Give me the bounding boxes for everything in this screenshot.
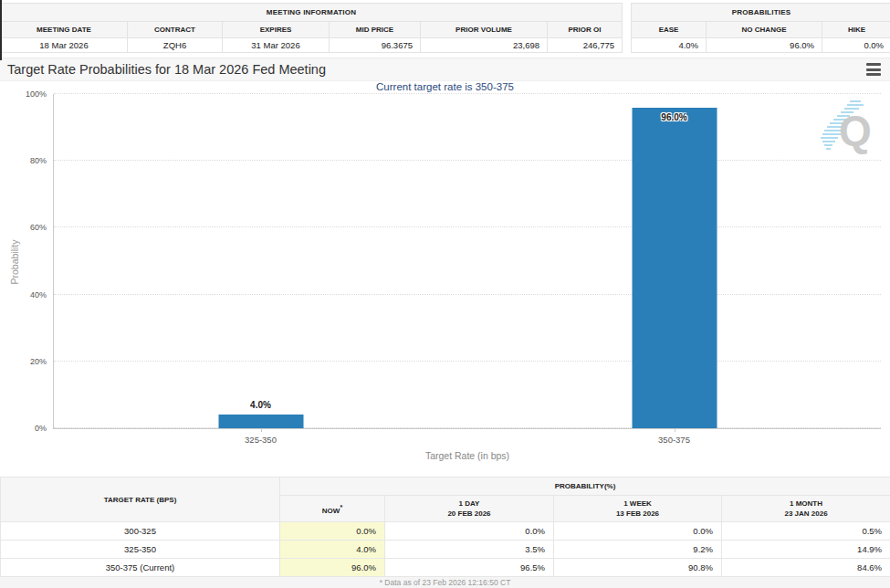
rate-range-cell: 300-325 bbox=[1, 522, 280, 541]
mid-price-header: MID PRICE bbox=[330, 22, 421, 38]
top-summary: MEETING INFORMATION MEETING DATE CONTRAC… bbox=[0, 0, 890, 53]
x-axis-category-label: 350-375 bbox=[658, 435, 690, 445]
day-probability-cell: 96.5% bbox=[385, 559, 554, 577]
now-probability-cell: 96.0% bbox=[280, 559, 385, 577]
month-probability-cell: 14.9% bbox=[722, 541, 890, 559]
y-axis-title: Probability bbox=[9, 239, 20, 284]
probabilities-summary-table: PROBABILITIES EASE NO CHANGE HIKE 4.0% 9… bbox=[631, 3, 890, 53]
chart-header: Target Rate Probabilities for 18 Mar 202… bbox=[0, 58, 890, 81]
probability-history-table: TARGET RATE (BPS) PROBABILITY(%) NOW* 1 … bbox=[0, 477, 890, 577]
no-change-value: 96.0% bbox=[707, 38, 822, 53]
gridline bbox=[54, 226, 881, 227]
expires-value: 31 Mar 2026 bbox=[223, 38, 330, 53]
rate-range-cell: 350-375 (Current) bbox=[1, 559, 280, 577]
y-axis-tick-label: 60% bbox=[5, 223, 47, 232]
x-axis-title: Target Rate (in bps) bbox=[54, 450, 881, 461]
meeting-date-value: 18 Mar 2026 bbox=[1, 38, 128, 53]
y-axis-tick-label: 100% bbox=[5, 89, 47, 99]
chart-subtitle: Current target rate is 350-375 bbox=[0, 81, 890, 94]
probability-chart: Current target rate is 350-375 Probabili… bbox=[0, 81, 890, 474]
contract-header: CONTRACT bbox=[128, 22, 223, 38]
fedwatch-page: MEETING INFORMATION MEETING DATE CONTRAC… bbox=[0, 0, 890, 588]
ease-header: EASE bbox=[632, 22, 707, 38]
month-probability-cell: 84.6% bbox=[722, 559, 890, 577]
gridline bbox=[54, 294, 881, 295]
expires-header: EXPIRES bbox=[223, 22, 330, 38]
meeting-date-header: MEETING DATE bbox=[1, 22, 128, 38]
meeting-information-table: MEETING INFORMATION MEETING DATE CONTRAC… bbox=[0, 3, 623, 53]
rate-range-cell: 325-350 bbox=[1, 541, 280, 559]
day-probability-cell: 3.5% bbox=[385, 541, 554, 559]
gridline bbox=[54, 361, 881, 362]
no-change-header: NO CHANGE bbox=[707, 22, 822, 38]
data-as-of-footnote: * Data as of 23 Feb 2026 12:16:50 CT bbox=[0, 577, 890, 588]
contract-value: ZQH6 bbox=[128, 38, 223, 53]
y-axis-tick-label: 20% bbox=[5, 357, 47, 366]
week-probability-cell: 9.2% bbox=[554, 541, 722, 559]
y-axis-tick-label: 0% bbox=[5, 424, 47, 433]
prior-oi-header: PRIOR OI bbox=[548, 22, 623, 38]
now-column-header: NOW* bbox=[280, 496, 385, 522]
mid-price-value: 96.3675 bbox=[330, 38, 421, 53]
bar-value-label: 96.0% bbox=[661, 112, 686, 122]
week-probability-cell: 0.0% bbox=[554, 522, 722, 541]
gridline bbox=[54, 160, 881, 161]
probabilities-title: PROBABILITIES bbox=[632, 4, 890, 22]
x-axis-tick bbox=[261, 428, 262, 432]
watermark-letter: Q bbox=[839, 107, 872, 154]
prior-oi-value: 246,775 bbox=[548, 38, 623, 53]
y-axis-tick-label: 80% bbox=[5, 156, 47, 165]
chart-title: Target Rate Probabilities for 18 Mar 202… bbox=[7, 62, 866, 77]
bar-value-label: 4.0% bbox=[250, 400, 271, 410]
week-probability-cell: 90.8% bbox=[554, 559, 722, 577]
one-month-column-header: 1 MONTH23 JAN 2026 bbox=[722, 496, 890, 522]
one-week-column-header: 1 WEEK13 FEB 2026 bbox=[554, 496, 722, 522]
now-probability-cell: 0.0% bbox=[280, 522, 385, 541]
x-axis-category-label: 325-350 bbox=[245, 435, 277, 445]
probability-bar[interactable] bbox=[218, 415, 303, 428]
now-probability-cell: 4.0% bbox=[280, 541, 385, 559]
hike-value: 0.0% bbox=[822, 38, 890, 53]
table-row: 325-350 4.0% 3.5% 9.2% 14.9% bbox=[1, 541, 890, 559]
meeting-information-title: MEETING INFORMATION bbox=[1, 4, 623, 22]
hamburger-menu-icon[interactable] bbox=[866, 63, 881, 76]
day-probability-cell: 0.0% bbox=[385, 522, 554, 541]
gridline bbox=[54, 427, 881, 428]
hike-header: HIKE bbox=[822, 22, 890, 38]
probability-group-header: PROBABILITY(%) bbox=[280, 478, 890, 496]
y-axis-tick-label: 40% bbox=[5, 290, 47, 299]
one-day-column-header: 1 DAY20 FEB 2026 bbox=[385, 496, 554, 522]
target-rate-bps-header: TARGET RATE (BPS) bbox=[1, 478, 280, 522]
x-axis-tick bbox=[675, 428, 675, 432]
table-row: 300-325 0.0% 0.0% 0.0% 0.5% bbox=[1, 522, 890, 541]
prior-volume-value: 23,698 bbox=[421, 38, 548, 53]
quikstrike-watermark: Q bbox=[813, 98, 879, 163]
prior-volume-header: PRIOR VOLUME bbox=[421, 22, 548, 38]
probability-bar[interactable] bbox=[632, 108, 717, 428]
month-probability-cell: 0.5% bbox=[722, 522, 890, 541]
screen-edge-artifact bbox=[0, 0, 2, 60]
table-row: 350-375 (Current) 96.0% 96.5% 90.8% 84.6… bbox=[1, 559, 890, 577]
gridline bbox=[54, 93, 881, 94]
ease-value: 4.0% bbox=[632, 38, 707, 53]
plot-area: Target Rate (in bps) 0%20%40%60%80%100%4… bbox=[53, 94, 881, 429]
